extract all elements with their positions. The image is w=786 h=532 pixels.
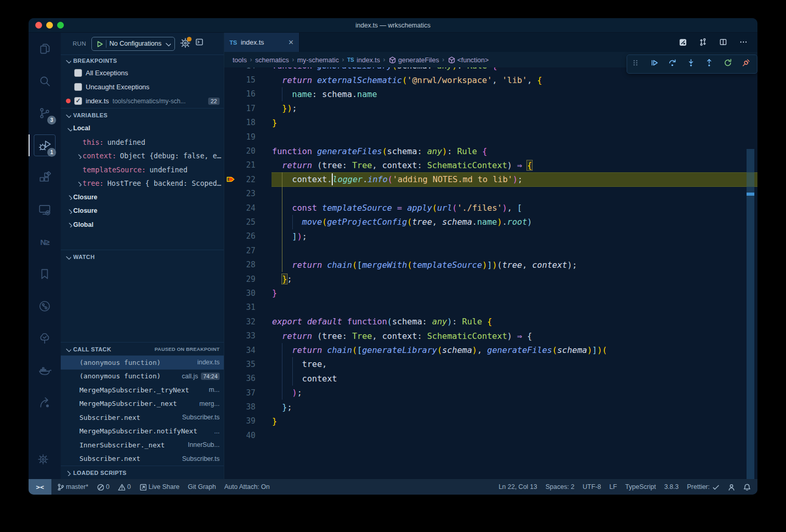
status-item-lf[interactable]: LF <box>609 483 617 490</box>
launch-configuration-dropdown[interactable]: No Configurations <box>91 37 175 51</box>
zoom-window-button[interactable] <box>57 22 64 29</box>
debug-console-button[interactable] <box>195 38 205 49</box>
breakpoint-checkbox[interactable] <box>74 97 82 105</box>
variables-scope-row[interactable]: Closure <box>61 190 224 204</box>
activity-item-test-explorer[interactable] <box>29 322 61 354</box>
activity-item-live-share[interactable] <box>29 387 61 419</box>
breakpoint-row[interactable]: index.tstools/schematics/my-sch...22 <box>61 94 224 108</box>
start-debugging-icon[interactable] <box>96 40 103 47</box>
code-line-15[interactable]: 15 return externalSchematic('@nrwl/works… <box>224 73 757 87</box>
breakpoint-checkbox[interactable] <box>74 69 82 77</box>
code-line-24[interactable]: 24 const templateSource = apply(url('./f… <box>224 201 757 215</box>
activity-item-docker[interactable] <box>29 354 61 387</box>
variables-scope-row[interactable]: Local <box>61 121 224 135</box>
call-stack-frame[interactable]: MergeMapSubscriber._tryNextm... <box>61 383 224 397</box>
code-line-30[interactable]: 30} <box>224 286 757 300</box>
breadcrumb-item[interactable]: tools <box>233 56 247 64</box>
call-stack-frame[interactable]: Subscriber.nextSubscriber.ts <box>61 452 224 466</box>
code-line-27[interactable]: 27 <box>224 243 757 257</box>
debug-step-out-icon[interactable] <box>705 59 716 70</box>
activity-item-search[interactable] <box>29 65 61 97</box>
breadcrumb-item[interactable]: <function> <box>448 56 489 64</box>
breakpoint-row[interactable]: All Exceptions <box>61 66 224 80</box>
code-editor[interactable]: 14function generateLibrary(schema: any):… <box>224 67 757 479</box>
activity-item-remote-explorer[interactable] <box>29 194 61 226</box>
tab-index-ts[interactable]: TS index.ts ✕ <box>224 33 300 52</box>
code-line-38[interactable]: 38 }; <box>224 400 757 414</box>
code-line-34[interactable]: 34 return chain([generateLibrary(schema)… <box>224 343 757 357</box>
status-item[interactable] <box>743 483 750 490</box>
status-item-0[interactable]: 0 <box>97 483 110 490</box>
scrollbar-thumb[interactable] <box>747 149 754 479</box>
minimize-window-button[interactable] <box>46 22 53 29</box>
code-line-17[interactable]: 17 }); <box>224 101 757 115</box>
code-line-19[interactable]: 19 <box>224 130 757 144</box>
call-stack-frame[interactable]: MergeMapSubscriber.notifyNext... <box>61 425 224 439</box>
debug-continue-icon[interactable] <box>650 59 661 70</box>
activity-item-explorer[interactable] <box>29 33 61 65</box>
activity-item-git-history[interactable] <box>29 290 61 322</box>
status-item-3-8-3[interactable]: 3.8.3 <box>664 483 679 490</box>
open-changes-icon[interactable] <box>679 38 687 47</box>
status-item-spaces-2[interactable]: Spaces: 2 <box>546 483 575 490</box>
breadcrumb-item[interactable]: schematics <box>255 56 289 64</box>
code-line-36[interactable]: 36 context <box>224 372 757 386</box>
code-line-25[interactable]: 25 move(getProjectConfig(tree, schema.na… <box>224 215 757 229</box>
breakpoints-section-header[interactable]: BREAKPOINTS <box>61 54 224 66</box>
debug-current-line-arrow-icon[interactable] <box>224 175 238 183</box>
variable-row[interactable]: this:undefined <box>61 135 224 149</box>
status-item-prettier[interactable]: Prettier: <box>687 483 719 490</box>
status-item-live-share[interactable]: Live Share <box>139 483 180 490</box>
debug-step-into-icon[interactable] <box>687 59 698 70</box>
code-line-21[interactable]: 21 return (tree: Tree, context: Schemati… <box>224 158 757 172</box>
toolbar-grip-icon[interactable] <box>631 59 642 70</box>
code-line-33[interactable]: 33 return (tree: Tree, context: Schemati… <box>224 329 757 343</box>
call-stack-frame[interactable]: (anonymous function)index.ts <box>61 356 224 370</box>
variables-section-header[interactable]: VARIABLES <box>61 108 224 121</box>
code-line-23[interactable]: 23 <box>224 187 757 201</box>
status-item-auto-attach-on[interactable]: Auto Attach: On <box>224 483 270 490</box>
debug-disconnect-icon[interactable] <box>742 59 753 70</box>
status-item-master[interactable]: master* <box>57 483 88 490</box>
code-line-22[interactable]: 22 context.logger.info('adding NOTES.md … <box>224 172 757 186</box>
call-stack-frame[interactable]: (anonymous function)call.js74:24 <box>61 370 224 384</box>
variables-scope-row[interactable]: Closure <box>61 204 224 218</box>
scrollbar[interactable] <box>747 67 754 479</box>
variable-row[interactable]: context:Object {debug: false, en… <box>61 149 224 163</box>
status-item-ln-22-col-13[interactable]: Ln 22, Col 13 <box>498 483 537 490</box>
debug-restart-icon[interactable] <box>724 59 735 70</box>
call-stack-frame[interactable]: Subscriber.nextSubscriber.ts <box>61 411 224 425</box>
variable-row[interactable]: tree:HostTree {_backend: ScopedH… <box>61 176 224 190</box>
code-line-16[interactable]: 16 name: schema.name <box>224 87 757 101</box>
watch-section-header[interactable]: WATCH <box>61 250 224 263</box>
more-actions-icon[interactable] <box>739 38 748 47</box>
compare-changes-icon[interactable] <box>699 38 708 47</box>
code-line-35[interactable]: 35 tree, <box>224 357 757 371</box>
code-line-20[interactable]: 20function generateFiles(schema: any): R… <box>224 144 757 158</box>
code-line-29[interactable]: 29 }; <box>224 272 757 286</box>
call-stack-frame[interactable]: InnerSubscriber._nextInnerSub... <box>61 438 224 452</box>
code-line-18[interactable]: 18} <box>224 116 757 130</box>
code-line-40[interactable]: 40 <box>224 428 757 442</box>
split-editor-icon[interactable] <box>719 38 728 47</box>
status-item-git-graph[interactable]: Git Graph <box>188 483 216 490</box>
code-line-39[interactable]: 39} <box>224 414 757 428</box>
variable-row[interactable]: templateSource:undefined <box>61 163 224 177</box>
status-item-utf-8[interactable]: UTF-8 <box>582 483 601 490</box>
remote-indicator[interactable]: >< <box>29 479 51 495</box>
call-stack-frame[interactable]: MergeMapSubscriber._nextmerg... <box>61 397 224 411</box>
breadcrumb-item[interactable]: generateFiles <box>388 56 439 64</box>
activity-item-nx-console[interactable]: N≥ <box>29 226 61 258</box>
call-stack-section-header[interactable]: CALL STACK PAUSED ON BREAKPOINT <box>61 342 224 356</box>
code-line-26[interactable]: 26 ]); <box>224 229 757 243</box>
breakpoint-row[interactable]: Uncaught Exceptions <box>61 80 224 94</box>
activity-item-source-control[interactable]: 3 <box>29 97 61 129</box>
close-tab-icon[interactable]: ✕ <box>288 38 294 46</box>
breadcrumb-item[interactable]: TSindex.ts <box>347 56 380 64</box>
activity-item-run-and-debug[interactable]: 1 <box>29 129 61 161</box>
debug-step-over-icon[interactable] <box>668 59 679 70</box>
breadcrumb-item[interactable]: my-schematic <box>297 56 339 64</box>
code-line-32[interactable]: 32export default function(schema: any): … <box>224 315 757 329</box>
code-line-37[interactable]: 37 ); <box>224 386 757 400</box>
activity-item-extensions[interactable] <box>29 161 61 194</box>
